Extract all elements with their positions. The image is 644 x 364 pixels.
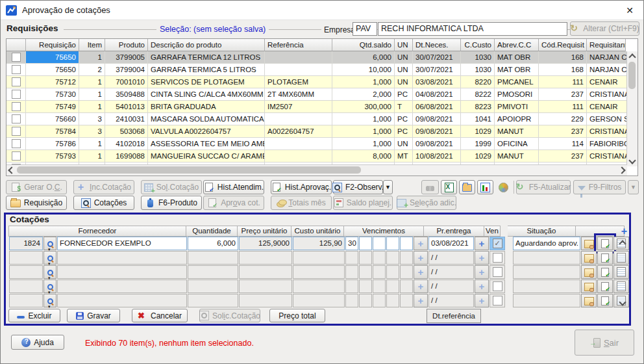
approve-quotation-button[interactable] (597, 280, 613, 293)
grid-cell[interactable]: 75660 (26, 113, 79, 125)
grid-cell[interactable] (265, 138, 332, 150)
grid-cell[interactable]: 1,000 (332, 125, 395, 138)
grid-cell[interactable]: ASSESSORIA TEC EM MEIO AMBIENT (148, 138, 265, 150)
column-header[interactable]: Quantidade (186, 226, 238, 237)
grid-cell[interactable]: 1041 (461, 113, 495, 125)
grid-cell[interactable]: MANGUEIRA SUCCAO C/ ARAME 2" (148, 150, 265, 162)
due-days-cell[interactable] (400, 280, 413, 293)
grid-cell[interactable]: 1029 (461, 125, 495, 138)
selecao-adicional-button[interactable]: Seleção adic. (397, 196, 456, 210)
add-delivery-button[interactable]: + (475, 294, 489, 307)
grid-cell[interactable]: 75786 (26, 138, 79, 150)
supplier-code-cell[interactable] (9, 265, 43, 279)
row-select-cell[interactable] (6, 113, 26, 125)
approve-quotation-button[interactable] (597, 265, 613, 279)
grid-cell[interactable]: CRISTIANA (587, 150, 627, 162)
scroll-right-icon[interactable] (617, 166, 626, 175)
row-checkbox[interactable] (12, 90, 21, 99)
grid-cell[interactable]: T (395, 101, 413, 113)
grid-cell[interactable]: 30/07/2021 (413, 51, 461, 64)
grid-cell[interactable]: 503068 (105, 125, 148, 138)
grid-cell[interactable]: 75650 (26, 64, 79, 76)
unit-price-cell[interactable] (239, 280, 292, 293)
add-delivery-button[interactable]: + (475, 265, 489, 279)
f9-filtros-button[interactable]: F9-Filtros (573, 180, 626, 194)
add-due-date-button[interactable]: + (414, 265, 428, 279)
grid-cell[interactable]: 1 (79, 51, 105, 64)
column-header[interactable]: UN (395, 39, 413, 51)
column-header[interactable]: Requisição (26, 39, 79, 51)
grid-cell[interactable]: UN (395, 64, 413, 76)
supplier-name-cell[interactable] (57, 265, 187, 279)
grid-cell[interactable]: 7001010 (105, 76, 148, 88)
cotacao-row[interactable]: 1824▾FORNECEDOR EXEMPLO6,000125,9000125,… (8, 237, 629, 250)
grid-cell[interactable]: 3 (79, 125, 105, 138)
ajuda-button[interactable]: Ajuda (11, 335, 64, 350)
observation-button[interactable] (581, 280, 597, 293)
folder-money-button[interactable] (459, 180, 475, 194)
grid-cell[interactable]: MANUT (495, 150, 539, 162)
grid-cell[interactable]: PC (395, 113, 413, 125)
grid-cell[interactable]: PC (395, 88, 413, 101)
grid-cell[interactable]: 237 (539, 125, 587, 138)
f5-atualizar-button[interactable]: F5-Atualizar (516, 180, 571, 194)
due-days-cell[interactable] (386, 294, 399, 307)
scroll-up-icon[interactable] (618, 239, 627, 248)
unit-cost-cell[interactable] (293, 251, 345, 265)
empresa-name-field[interactable]: RECH INFORMATICA LTDA (378, 22, 567, 36)
grid-cell[interactable] (265, 64, 332, 76)
supplier-lookup-button[interactable]: ▾ (43, 237, 56, 250)
row-select-cell[interactable] (6, 64, 26, 76)
grid-cell[interactable]: SERVICOS DE PLOTAGEM (148, 76, 265, 88)
f2-observacao-button[interactable]: F2-Observ. (333, 180, 383, 194)
grid-cell[interactable]: A0022604757 (265, 125, 332, 138)
situation-cell[interactable] (513, 280, 580, 293)
due-days-cell[interactable] (386, 280, 399, 293)
grid-cell[interactable]: 1,000 (332, 76, 395, 88)
winner-checkbox-cell[interactable] (489, 265, 505, 279)
scroll-down-icon[interactable] (618, 298, 627, 307)
supplier-lookup-button[interactable]: ▾ (43, 265, 56, 279)
due-days-cell[interactable] (359, 237, 372, 250)
grid-cell[interactable]: 2 (79, 64, 105, 76)
situation-cell[interactable] (513, 251, 580, 265)
column-header[interactable]: Qtd.saldo (332, 39, 395, 51)
column-header-select[interactable] (6, 39, 26, 51)
unit-price-cell[interactable] (239, 294, 292, 307)
grid-cell[interactable]: 111 (539, 76, 587, 88)
grid-cell[interactable]: 3799004 (105, 64, 148, 76)
due-days-cell[interactable] (359, 251, 372, 265)
due-days-cell[interactable] (373, 237, 386, 250)
winner-checkbox-cell[interactable] (489, 280, 505, 293)
quantity-cell[interactable] (188, 294, 238, 307)
grid-cell[interactable]: 03/08/2021 (413, 76, 461, 88)
quantity-cell[interactable] (188, 251, 238, 265)
unit-price-cell[interactable] (239, 265, 292, 279)
alterar-button[interactable]: Alterar (Ctrl+F9) (570, 21, 639, 36)
grid-cell[interactable]: UN (395, 51, 413, 64)
hist-atendimento-button[interactable]: Hist.Atendim. (203, 180, 264, 194)
requisicao-button[interactable]: Requisição (6, 196, 67, 210)
column-header[interactable]: Produto (105, 39, 148, 51)
add-due-date-button[interactable]: + (414, 237, 428, 250)
grid-cell[interactable]: CRISTIANA (587, 125, 627, 138)
winner-checkbox-cell[interactable] (489, 294, 505, 307)
due-days-cell[interactable] (400, 237, 413, 250)
column-header[interactable]: Abrev.C.C (495, 39, 539, 51)
grid-cell[interactable]: 1030 (461, 51, 495, 64)
due-days-cell[interactable] (345, 280, 358, 293)
column-header[interactable]: Preço unitário (238, 226, 291, 237)
approve-quotation-button[interactable] (597, 294, 613, 307)
supplier-lookup-button[interactable]: ▾ (43, 280, 56, 293)
cotacao-row[interactable]: ▾+/ /+ (8, 251, 629, 265)
supplier-name-cell[interactable] (57, 294, 187, 307)
column-header[interactable]: Item (79, 39, 105, 51)
palette-button[interactable] (495, 180, 512, 194)
column-header[interactable]: Ven (484, 226, 501, 237)
gravar-button[interactable]: Gravar (67, 309, 120, 322)
notes-button[interactable] (613, 280, 629, 293)
grid-cell[interactable]: 1 (79, 101, 105, 113)
column-header[interactable]: Situação (508, 226, 576, 237)
grid-cell[interactable]: FABIORIBO (587, 138, 627, 150)
grid-cell[interactable]: MAT OBR (495, 51, 539, 64)
